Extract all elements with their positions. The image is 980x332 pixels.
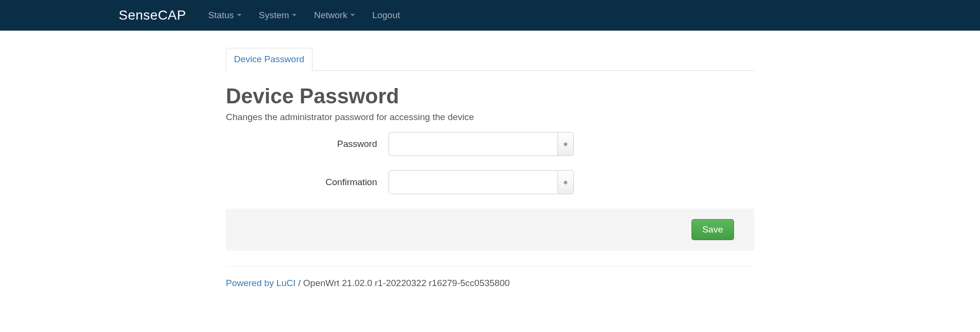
nav-item-system[interactable]: System [250, 10, 305, 21]
footer-luci-link[interactable]: Powered by LuCI [226, 278, 296, 288]
nav-item-status[interactable]: Status [200, 10, 250, 21]
navbar: SenseCAP Status System Network Logout [0, 0, 980, 31]
password-label: Password [226, 139, 389, 149]
actions-bar: Save [226, 209, 754, 251]
nav-label: System [259, 10, 289, 21]
nav-label: Logout [372, 10, 400, 21]
password-reveal-button[interactable]: ∗ [558, 132, 574, 156]
page-subtitle: Changes the administrator password for a… [226, 112, 754, 122]
asterisk-icon: ∗ [563, 178, 568, 186]
caret-down-icon [350, 14, 355, 16]
password-form: Password ∗ Confirmation ∗ [226, 132, 754, 194]
form-row-password: Password ∗ [226, 132, 754, 156]
nav-item-logout[interactable]: Logout [364, 10, 409, 21]
footer-version: OpenWrt 21.02.0 r1-20220322 r16279-5cc05… [303, 278, 510, 288]
confirmation-reveal-button[interactable]: ∗ [558, 170, 574, 194]
form-row-confirmation: Confirmation ∗ [226, 170, 754, 194]
caret-down-icon [237, 14, 242, 16]
password-input[interactable] [389, 132, 558, 156]
confirmation-input-group: ∗ [389, 170, 574, 194]
footer-divider [226, 266, 754, 266]
footer-separator: / [296, 278, 303, 288]
confirmation-label: Confirmation [226, 177, 389, 188]
page-title: Device Password [226, 84, 754, 108]
navbar-brand[interactable]: SenseCAP [119, 8, 186, 23]
tab-bar: Device Password [226, 48, 754, 71]
navbar-nav: Status System Network Logout [200, 10, 409, 21]
nav-item-network[interactable]: Network [305, 10, 364, 21]
main-container: Device Password Device Password Changes … [107, 48, 873, 288]
asterisk-icon: ∗ [563, 140, 568, 148]
nav-label: Status [208, 10, 234, 21]
save-button[interactable]: Save [691, 219, 734, 240]
password-input-group: ∗ [389, 132, 574, 156]
confirmation-input[interactable] [389, 170, 558, 194]
nav-label: Network [314, 10, 347, 21]
tab-device-password[interactable]: Device Password [226, 48, 312, 71]
footer: Powered by LuCI / OpenWrt 21.02.0 r1-202… [226, 278, 754, 288]
caret-down-icon [292, 14, 297, 16]
